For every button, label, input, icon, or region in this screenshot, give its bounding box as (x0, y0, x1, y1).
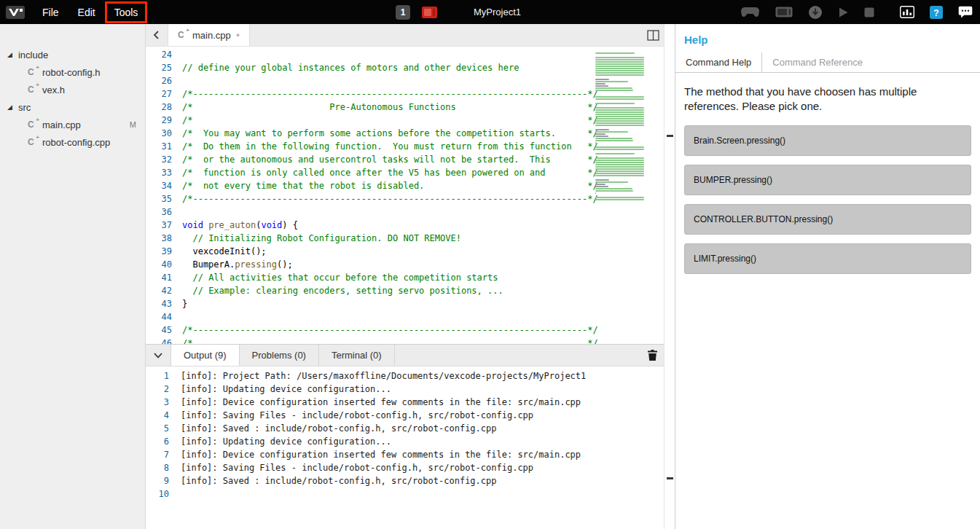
file-robot-config.cpp[interactable]: Crobot-config.cpp (0, 133, 145, 151)
folder-include[interactable]: ◢include (0, 46, 145, 63)
disclosure-triangle-icon[interactable]: ◢ (7, 52, 12, 58)
panel-scrollbar[interactable] (664, 24, 675, 529)
output-line: 1[info]: Project Path: /Users/maxoffline… (146, 369, 664, 383)
brain-status-icon[interactable] (422, 7, 437, 18)
line-text: // All activities that occur before the … (182, 271, 498, 284)
tab-label: main.cpp (192, 30, 231, 41)
collapse-panel-button[interactable] (146, 345, 170, 366)
line-number: 7 (146, 448, 169, 461)
code-line[interactable]: 38 // Initializing Robot Configuration. … (146, 232, 664, 245)
file-vex.h[interactable]: Cvex.h (0, 81, 145, 98)
clear-output-button[interactable] (647, 349, 658, 364)
brain-icon[interactable] (775, 7, 793, 17)
code-editor[interactable]: 2425// define your global instances of m… (146, 47, 664, 344)
split-editor-button[interactable] (647, 30, 659, 44)
output-text: [info]: Updating device configuration... (181, 383, 391, 396)
code-line[interactable]: 35/*------------------------------------… (146, 192, 664, 205)
code-line[interactable]: 26 (146, 74, 664, 87)
output-line: 9[info]: Saved : include/robot-config.h,… (146, 474, 664, 487)
modified-badge: M (130, 120, 136, 129)
code-line[interactable]: 41 // All activities that occur before t… (146, 271, 664, 284)
code-line[interactable]: 33/* function is only called once after … (146, 166, 664, 179)
line-number: 2 (146, 383, 169, 396)
controller-icon[interactable] (740, 6, 760, 18)
code-line[interactable]: 28/* Pre-Autonomous Functions */ (146, 101, 664, 114)
help-options: Brain.Screen.pressing()BUMPER.pressing()… (684, 125, 971, 274)
reference-option-button[interactable]: BUMPER.pressing() (684, 165, 971, 195)
line-number: 1 (146, 369, 169, 383)
line-number: 33 (146, 166, 172, 179)
code-line[interactable]: 40 BumperA.pressing(); (146, 258, 664, 271)
dashboard-icon[interactable] (900, 6, 914, 18)
code-line[interactable]: 36 (146, 205, 664, 219)
line-number: 43 (146, 297, 172, 310)
file-main.cpp[interactable]: Cmain.cppM (0, 116, 145, 133)
code-line[interactable]: 46/* */ (146, 337, 664, 344)
code-line[interactable]: 27/*------------------------------------… (146, 87, 664, 101)
menu-tools[interactable]: Tools (107, 4, 146, 21)
disclosure-triangle-icon[interactable]: ◢ (7, 104, 12, 111)
code-line[interactable]: 31/* Do them in the following function. … (146, 140, 664, 153)
line-number: 9 (146, 474, 169, 487)
cpp-file-icon: C (28, 67, 37, 77)
code-line[interactable]: 34/* not every time that the robot is di… (146, 179, 664, 192)
tab-terminal[interactable]: Terminal (0) (319, 345, 395, 366)
line-number: 41 (146, 271, 172, 284)
line-text: /*--------------------------------------… (182, 324, 598, 337)
download-icon[interactable] (808, 5, 823, 20)
line-text: vexcodeInit(); (182, 245, 267, 258)
line-number: 45 (146, 324, 172, 337)
code-line[interactable]: 42 // Example: clearing encoders, settin… (146, 284, 664, 297)
back-button[interactable] (146, 24, 168, 46)
line-text: /*--------------------------------------… (182, 87, 598, 101)
cpp-file-icon: C (28, 119, 37, 130)
output-text: [info]: Saved : include/robot-config.h, … (181, 422, 496, 435)
code-line[interactable]: 24 (146, 48, 664, 61)
file-name: vex.h (42, 85, 65, 95)
code-line[interactable]: 44 (146, 310, 664, 324)
minimap[interactable] (595, 50, 652, 201)
folder-src[interactable]: ◢src (0, 98, 145, 116)
line-text: } (182, 297, 187, 310)
code-line[interactable]: 29/* */ (146, 114, 664, 127)
svg-text:?: ? (933, 7, 938, 17)
line-text: /* or the autonomous and usercontrol tas… (182, 153, 598, 166)
file-name: robot-config.cpp (42, 137, 110, 148)
code-line[interactable]: 45/*------------------------------------… (146, 324, 664, 337)
reference-option-button[interactable]: Brain.Screen.pressing() (684, 125, 971, 156)
line-number: 6 (146, 435, 169, 448)
code-line[interactable]: 32/* or the autonomous and usercontrol t… (146, 153, 664, 166)
tab-output[interactable]: Output (9) (170, 345, 240, 366)
vex-logo-icon (6, 6, 25, 19)
line-text: // Initializing Robot Configuration. DO … (182, 232, 461, 245)
cpp-file-icon: C (178, 30, 187, 40)
code-line[interactable]: 37void pre_auton(void) { (146, 219, 664, 232)
play-icon[interactable] (838, 7, 849, 18)
code-line[interactable]: 25// define your global instances of mot… (146, 61, 664, 74)
line-number: 36 (146, 205, 172, 219)
help-panel: Help Command Help Command Reference The … (675, 24, 980, 529)
reference-option-button[interactable]: CONTROLLER.BUTTON.pressing() (684, 204, 971, 235)
reference-option-button[interactable]: LIMIT.pressing() (684, 243, 971, 274)
vexcode-app: File Edit Tools 1 MyProject1 (0, 0, 980, 529)
slot-badge[interactable]: 1 (396, 5, 410, 20)
menu-edit[interactable]: Edit (71, 4, 103, 21)
project-title: MyProject1 (474, 7, 521, 17)
output-console: 1[info]: Project Path: /Users/maxoffline… (146, 367, 664, 529)
feedback-icon[interactable] (958, 6, 973, 18)
bottom-tabbar: Output (9)Problems (0)Terminal (0) (146, 345, 664, 367)
help-icon[interactable]: ? (930, 6, 943, 19)
stop-icon[interactable] (864, 7, 874, 17)
menu-file[interactable]: File (35, 4, 66, 21)
tab-command-help[interactable]: Command Help (675, 52, 762, 72)
tab-command-reference[interactable]: Command Reference (762, 52, 873, 72)
code-line[interactable]: 43} (146, 297, 664, 310)
file-robot-config.h[interactable]: Crobot-config.h (0, 63, 145, 81)
output-text: [info]: Saving Files - include/robot-con… (181, 461, 533, 474)
tab-main-cpp[interactable]: C main.cpp ● (168, 24, 250, 46)
code-line[interactable]: 30/* You may want to perform some action… (146, 127, 664, 140)
code-line[interactable]: 39 vexcodeInit(); (146, 245, 664, 258)
bottom-panel: Output (9)Problems (0)Terminal (0) 1[inf… (146, 344, 664, 529)
output-line: 7[info]: Device configuration inserted f… (146, 448, 664, 461)
tab-problems[interactable]: Problems (0) (240, 345, 319, 366)
